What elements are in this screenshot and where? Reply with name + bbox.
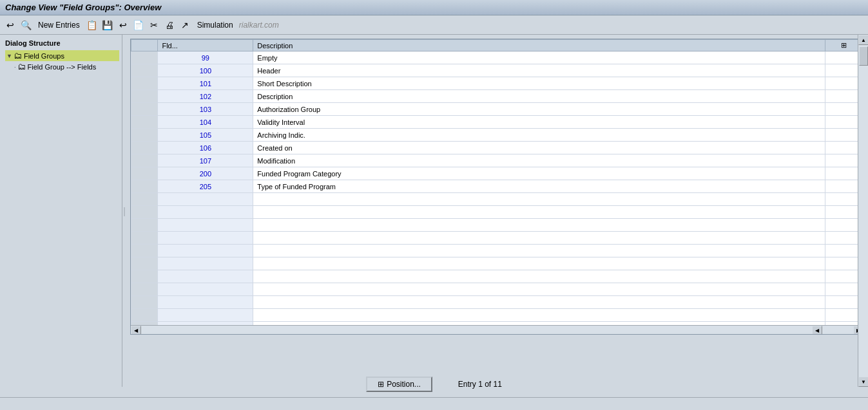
empty-cell — [131, 309, 158, 322]
row-description-cell: Funded Program Category — [253, 167, 825, 180]
export-icon[interactable]: ↗ — [178, 19, 191, 32]
empty-cell — [131, 270, 158, 283]
table-row-empty — [131, 296, 863, 309]
expand-arrow-icon: ▼ — [6, 53, 12, 59]
empty-cell — [158, 193, 253, 206]
table-row[interactable]: 102Description — [131, 90, 863, 103]
table-row[interactable]: 200Funded Program Category — [131, 167, 863, 180]
table-row[interactable]: 100Header — [131, 64, 863, 77]
row-side-cell — [131, 51, 158, 64]
empty-cell — [158, 270, 253, 283]
table-row[interactable]: 107Modification — [131, 154, 863, 167]
empty-cell — [131, 322, 158, 326]
copy-icon[interactable]: 📋 — [86, 19, 99, 32]
scroll-left-button[interactable]: ◀ — [131, 326, 141, 335]
scroll-right-button-2[interactable]: ◀ — [812, 326, 822, 335]
row-side-cell — [131, 77, 158, 90]
row-side-cell — [131, 129, 158, 142]
empty-cell — [253, 193, 825, 206]
empty-cell — [131, 245, 158, 257]
empty-cell — [158, 257, 253, 270]
search-icon[interactable]: 🔍 — [19, 19, 32, 32]
empty-cell — [253, 232, 825, 245]
position-button[interactable]: ⊞ Position... — [366, 377, 432, 392]
row-fld-cell: 101 — [158, 77, 253, 90]
row-description-cell: Empty — [253, 51, 825, 64]
main-content: Dialog Structure ▼ 🗂 Field Groups · 🗂 Fi… — [0, 35, 868, 387]
row-side-cell — [131, 167, 158, 180]
empty-cell — [158, 245, 253, 257]
title-bar: Change View "Field Groups": Overview — [0, 0, 868, 15]
print-icon[interactable]: 🖨 — [163, 19, 176, 32]
row-description-cell: Archiving Indic. — [253, 129, 825, 142]
table-row-empty — [131, 257, 863, 270]
paste-icon[interactable]: 📄 — [132, 19, 145, 32]
sidebar-item-field-group-fields[interactable]: · 🗂 Field Group --> Fields — [13, 61, 119, 72]
table-row-empty — [131, 219, 863, 232]
sidebar-item-field-groups[interactable]: ▼ 🗂 Field Groups — [5, 50, 119, 61]
table-row[interactable]: 101Short Description — [131, 77, 863, 90]
empty-cell — [131, 232, 158, 245]
row-description-cell: Created on — [253, 142, 825, 154]
back-icon[interactable]: ↩ — [4, 19, 17, 32]
empty-cell — [253, 296, 825, 309]
empty-cell — [131, 257, 158, 270]
delete-icon[interactable]: ✂ — [148, 19, 160, 32]
table-row[interactable]: 99Empty — [131, 51, 863, 64]
table-row-empty — [131, 193, 863, 206]
scroll-thumb[interactable] — [859, 46, 865, 66]
header-side — [131, 40, 158, 51]
table-row-empty — [131, 206, 863, 219]
folder-open-icon: 🗂 — [14, 51, 22, 61]
vertical-scrollbar[interactable]: ▲ ▼ — [858, 39, 864, 335]
empty-cell — [253, 206, 825, 219]
empty-cell — [253, 245, 825, 257]
row-side-cell — [131, 64, 158, 77]
right-panel: Fld... Description ⊞ 99Empty100Header101… — [126, 35, 868, 387]
table-container: Fld... Description ⊞ 99Empty100Header101… — [130, 39, 864, 335]
position-label: Position... — [387, 380, 421, 389]
table-row[interactable]: 205Type of Funded Program — [131, 180, 863, 193]
watermark: rialkart.com — [239, 21, 279, 30]
scroll-track[interactable] — [858, 45, 864, 335]
row-fld-cell: 103 — [158, 103, 253, 116]
empty-cell — [158, 219, 253, 232]
table-row[interactable]: 104Validity Interval — [131, 116, 863, 129]
empty-cell — [131, 219, 158, 232]
position-icon: ⊞ — [378, 380, 384, 389]
save-icon[interactable]: 💾 — [101, 19, 114, 32]
table-row[interactable]: 105Archiving Indic. — [131, 129, 863, 142]
dot-icon: · — [14, 64, 16, 70]
scroll-h-track[interactable] — [141, 326, 812, 335]
empty-cell — [253, 257, 825, 270]
empty-cell — [158, 296, 253, 309]
new-entries-button[interactable]: New Entries — [35, 19, 83, 31]
table-row-empty — [131, 232, 863, 245]
header-description[interactable]: Description — [253, 40, 825, 51]
header-fld[interactable]: Fld... — [158, 40, 253, 51]
row-side-cell — [131, 142, 158, 154]
table-row[interactable]: 103Authorization Group — [131, 103, 863, 116]
row-description-cell: Type of Funded Program — [253, 180, 825, 193]
row-side-cell — [131, 103, 158, 116]
empty-cell — [253, 283, 825, 296]
row-description-cell: Header — [253, 64, 825, 77]
row-side-cell — [131, 90, 158, 103]
row-fld-cell: 105 — [158, 129, 253, 142]
dialog-structure-panel: Dialog Structure ▼ 🗂 Field Groups · 🗂 Fi… — [0, 35, 122, 387]
row-description-cell: Validity Interval — [253, 116, 825, 129]
empty-cell — [158, 232, 253, 245]
simulation-button[interactable]: Simulation — [194, 19, 236, 31]
status-bar — [0, 397, 868, 410]
table-row-empty — [131, 322, 863, 326]
row-description-cell: Authorization Group — [253, 103, 825, 116]
panel-title: Dialog Structure — [3, 37, 119, 49]
undo-icon[interactable]: ↩ — [117, 19, 130, 32]
bottom-bar: ⊞ Position... Entry 1 of 11 — [0, 371, 868, 397]
horizontal-scrollbar[interactable]: ◀ ◀ ▶ — [131, 325, 863, 335]
empty-cell — [253, 219, 825, 232]
table-row[interactable]: 106Created on — [131, 142, 863, 154]
table-row-empty — [131, 270, 863, 283]
empty-cell — [158, 322, 253, 326]
scroll-up-button[interactable]: ▲ — [858, 39, 864, 45]
